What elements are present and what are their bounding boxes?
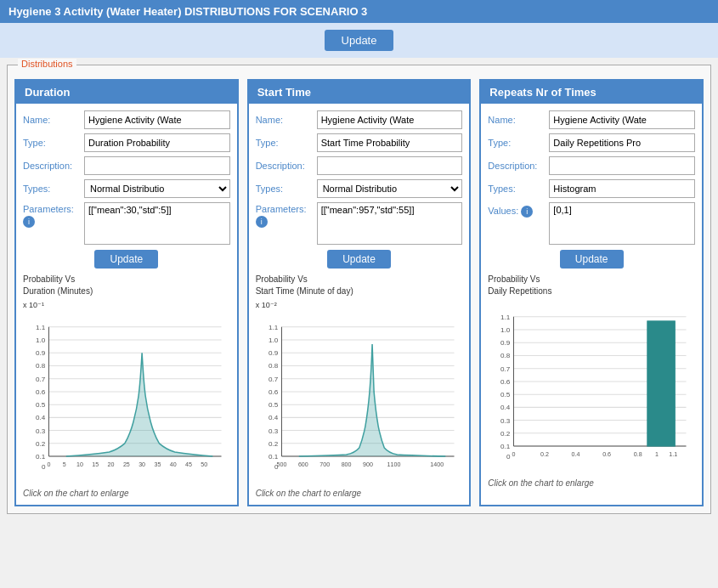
start-time-card: Start Time Name: Type: Description: Type… <box>247 79 472 506</box>
repeats-types-row: Types: <box>488 179 695 198</box>
svg-text:700: 700 <box>319 461 330 468</box>
main-update-button[interactable]: Update <box>325 30 394 51</box>
distributions-legend: Distributions <box>18 59 76 69</box>
svg-text:45: 45 <box>185 461 192 468</box>
repeats-desc-label: Description: <box>488 161 549 171</box>
repeats-chart-area[interactable]: 1.1 1.0 0.9 0.8 0.7 0.6 0.5 0.4 0.3 0.2 … <box>488 301 695 473</box>
repeats-card: Repeats Nr of Times Name: Type: Descript… <box>479 79 704 506</box>
svg-text:1.0: 1.0 <box>36 336 46 344</box>
svg-text:0.9: 0.9 <box>36 349 46 357</box>
start-time-types-select[interactable]: Normal Distributio <box>317 179 463 198</box>
duration-chart-svg[interactable]: 1.1 1.0 0.9 0.8 0.7 0.6 0.5 0.4 0.3 0.2 … <box>23 311 230 481</box>
start-time-type-input[interactable] <box>317 133 463 152</box>
svg-rect-100 <box>647 321 675 446</box>
svg-text:50: 50 <box>201 461 207 468</box>
start-time-params-label: Parameters: i <box>256 202 317 228</box>
duration-name-row: Name: <box>23 110 230 129</box>
svg-text:0.7: 0.7 <box>500 365 511 373</box>
start-time-chart-svg[interactable]: 1.1 1.0 0.9 0.8 0.7 0.6 0.5 0.4 0.3 0.2 … <box>256 311 463 481</box>
duration-name-label: Name: <box>23 115 84 125</box>
start-time-desc-input[interactable] <box>317 156 463 175</box>
svg-text:0.5: 0.5 <box>500 391 511 399</box>
repeats-chart-svg[interactable]: 1.1 1.0 0.9 0.8 0.7 0.6 0.5 0.4 0.3 0.2 … <box>488 301 695 471</box>
svg-text:0.9: 0.9 <box>500 339 511 347</box>
start-time-types-row: Types: Normal Distributio <box>256 179 463 198</box>
svg-text:500: 500 <box>276 461 286 468</box>
repeats-chart-label: Probability Vs Daily Repetitions <box>488 274 695 297</box>
svg-text:1: 1 <box>655 451 659 458</box>
duration-params-textarea[interactable]: [["mean":30,"std":5]] <box>84 202 230 245</box>
duration-types-select[interactable]: Normal Distributio <box>84 179 230 198</box>
repeats-values-label: Values: i <box>488 202 549 218</box>
repeats-type-row: Type: <box>488 133 695 152</box>
svg-text:0.9: 0.9 <box>269 349 279 357</box>
svg-text:0.5: 0.5 <box>36 401 46 409</box>
svg-text:0.8: 0.8 <box>269 363 279 370</box>
repeats-name-input[interactable] <box>549 110 695 129</box>
svg-text:0.6: 0.6 <box>36 388 46 396</box>
repeats-update-button[interactable]: Update <box>560 250 624 269</box>
svg-text:0.3: 0.3 <box>36 427 46 435</box>
page-title: Hygiene 3 Activity (Water Heater) DISTRI… <box>0 0 718 23</box>
distributions-section: Distributions Duration Name: Type: Descr… <box>7 65 711 514</box>
start-time-chart-area[interactable]: x 10⁻² <box>256 301 463 483</box>
start-time-desc-label: Description: <box>256 161 317 171</box>
svg-text:1.1: 1.1 <box>36 324 46 331</box>
svg-text:0.2: 0.2 <box>269 440 279 448</box>
repeats-values-row: Values: i [0,1] <box>488 202 695 245</box>
repeats-types-input[interactable] <box>549 179 695 198</box>
duration-chart-click: Click on the chart to enlarge <box>23 489 230 498</box>
svg-text:30: 30 <box>139 461 145 468</box>
start-time-type-row: Type: <box>256 133 463 152</box>
start-time-chart-exponent: x 10⁻² <box>256 301 463 309</box>
svg-text:0.8: 0.8 <box>634 451 642 458</box>
start-time-chart-label: Probability Vs Start Time (Minute of day… <box>256 274 463 297</box>
svg-text:900: 900 <box>363 461 373 468</box>
start-time-params-info-icon: i <box>256 216 268 228</box>
repeats-values-info-icon: i <box>521 206 533 218</box>
svg-text:0: 0 <box>512 451 516 458</box>
start-time-params-textarea[interactable]: [["mean":957,"std":55]] <box>317 202 463 245</box>
duration-params-row: Parameters: i [["mean":30,"std":5]] <box>23 202 230 245</box>
svg-text:800: 800 <box>341 461 351 468</box>
svg-text:0.4: 0.4 <box>500 404 511 411</box>
svg-text:0.6: 0.6 <box>603 451 612 458</box>
svg-text:0.6: 0.6 <box>269 388 279 396</box>
svg-text:0.6: 0.6 <box>500 378 511 386</box>
repeats-name-row: Name: <box>488 110 695 129</box>
duration-desc-input[interactable] <box>84 156 230 175</box>
duration-types-label: Types: <box>23 184 84 194</box>
start-time-update-button[interactable]: Update <box>327 250 391 269</box>
start-time-types-label: Types: <box>256 184 317 194</box>
duration-chart-label: Probability Vs Duration (Minutes) <box>23 274 230 297</box>
repeats-name-label: Name: <box>488 115 549 125</box>
duration-card-body: Name: Type: Description: Types: Normal D… <box>16 104 237 505</box>
repeats-values-textarea[interactable]: [0,1] <box>549 202 695 245</box>
duration-type-input[interactable] <box>84 133 230 152</box>
svg-text:0.4: 0.4 <box>269 414 279 421</box>
duration-name-input[interactable] <box>84 110 230 129</box>
svg-text:0.1: 0.1 <box>500 443 511 450</box>
duration-chart-area[interactable]: x 10⁻¹ <box>23 301 230 483</box>
svg-text:1.0: 1.0 <box>269 336 279 344</box>
start-time-name-label: Name: <box>256 115 317 125</box>
start-time-name-input[interactable] <box>317 110 463 129</box>
svg-text:1100: 1100 <box>387 461 400 468</box>
svg-text:1400: 1400 <box>430 461 444 468</box>
duration-desc-label: Description: <box>23 161 84 171</box>
duration-params-label: Parameters: i <box>23 202 84 228</box>
duration-update-button[interactable]: Update <box>94 250 158 269</box>
repeats-type-input[interactable] <box>549 133 695 152</box>
svg-text:0: 0 <box>47 461 50 468</box>
start-time-card-header: Start Time <box>249 81 470 104</box>
svg-text:5: 5 <box>63 461 66 468</box>
duration-desc-row: Description: <box>23 156 230 175</box>
svg-text:1.1: 1.1 <box>269 324 279 331</box>
start-time-card-body: Name: Type: Description: Types: Normal D… <box>249 104 470 505</box>
repeats-types-label: Types: <box>488 184 549 194</box>
duration-chart-exponent: x 10⁻¹ <box>23 301 230 309</box>
svg-text:0.4: 0.4 <box>572 451 580 458</box>
repeats-chart-click: Click on the chart to enlarge <box>488 478 695 488</box>
svg-text:0.3: 0.3 <box>269 427 279 435</box>
repeats-desc-input[interactable] <box>549 156 695 175</box>
